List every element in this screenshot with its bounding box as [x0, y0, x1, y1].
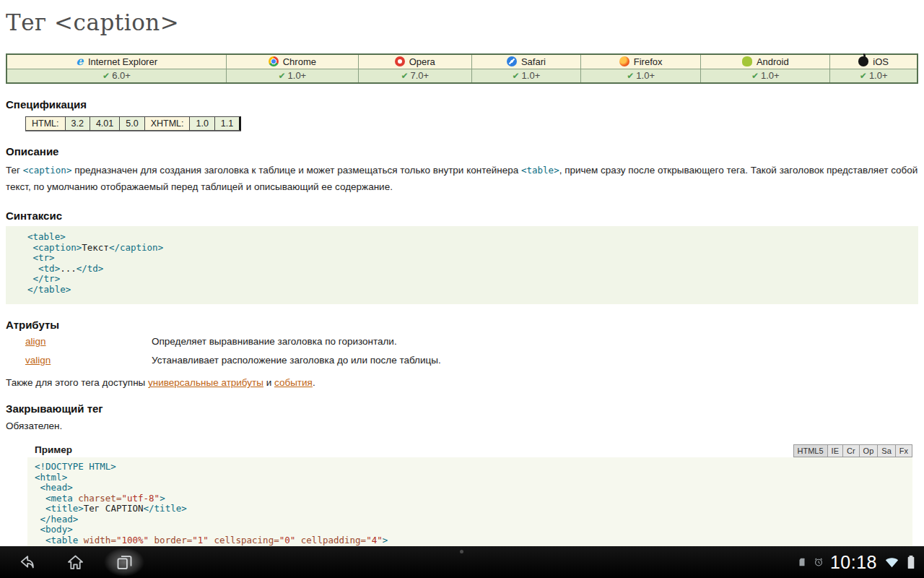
- text-segment: "1": [192, 535, 209, 545]
- text-segment: [35, 493, 45, 504]
- description-heading: Описание: [6, 145, 918, 158]
- text-segment: >: [383, 535, 388, 545]
- specification-table: HTML: 3.2 4.01 5.0 XHTML: 1.0 1.1: [25, 116, 241, 131]
- check-icon: ✔: [860, 71, 867, 81]
- text-segment: ...: [60, 263, 77, 274]
- text-segment: предназначен для создания заголовка к та…: [71, 165, 521, 176]
- text-segment: Тег: [6, 165, 23, 176]
- browser-name: Chrome: [283, 56, 316, 67]
- page-scroll-area[interactable]: Тег <caption> eInternet Explorer Chrome …: [0, 9, 924, 578]
- text-segment: <caption>: [33, 242, 82, 253]
- check-icon: ✔: [401, 71, 408, 81]
- android-icon: [742, 56, 752, 66]
- text-segment: <meta: [45, 493, 78, 504]
- browser-version: 1.0+: [869, 70, 888, 81]
- recent-apps-icon: [115, 553, 134, 572]
- text-segment: </table>: [27, 284, 71, 295]
- wifi-icon: [884, 554, 900, 571]
- code-line: <!DOCTYPE HTML>: [35, 462, 905, 473]
- inline-link[interactable]: универсальные атрибуты: [148, 377, 263, 388]
- recent-apps-button[interactable]: [104, 548, 144, 577]
- spec-cell: 3.2: [66, 117, 90, 130]
- inline-code: <caption>: [23, 165, 72, 176]
- text-segment: .: [313, 377, 315, 388]
- attribute-row-align: align Определяет выравнивание заголовка …: [25, 336, 918, 347]
- browser-name: Internet Explorer: [88, 56, 157, 67]
- browser-version: 1.0+: [288, 70, 307, 81]
- browser-name: iOS: [873, 56, 889, 67]
- code-line: <caption>Текст</caption>: [27, 243, 911, 254]
- apple-icon: [858, 56, 868, 66]
- text-segment: <table: [45, 535, 84, 545]
- status-clock: 10:18: [830, 552, 877, 573]
- code-line: <tr>: [27, 253, 911, 264]
- tab-safari[interactable]: Sa: [878, 444, 895, 457]
- syntax-code-block: <table> <caption>Текст</caption> <tr> <t…: [6, 226, 918, 304]
- code-line: </table>: [27, 285, 911, 296]
- browser-version: 1.0+: [522, 70, 541, 81]
- text-segment: <title>: [45, 503, 84, 514]
- safari-icon: [507, 56, 517, 66]
- attribute-row-valign: valign Устанавливает расположение заголо…: [25, 355, 918, 366]
- browser-name: Safari: [521, 56, 546, 67]
- browser-name: Firefox: [634, 56, 663, 67]
- browser-support-table: eInternet Explorer Chrome Opera Safari F…: [6, 53, 918, 84]
- browser-version: 1.0+: [636, 70, 655, 81]
- spec-cell: 5.0: [120, 117, 144, 130]
- back-button[interactable]: [6, 548, 46, 577]
- code-line: <meta charset="utf-8">: [35, 493, 905, 504]
- spec-cell: 4.01: [90, 117, 120, 130]
- text-segment: [27, 252, 33, 263]
- attribute-description: Определяет выравнивание заголовка по гор…: [152, 336, 397, 347]
- status-cluster[interactable]: 10:18: [797, 552, 915, 573]
- spec-cell: 1.1: [215, 117, 239, 130]
- code-line: <title>Тег CAPTION</title>: [35, 504, 905, 514]
- align-attribute-link[interactable]: align: [25, 336, 46, 347]
- text-segment: [35, 535, 45, 545]
- text-segment: charset=: [78, 493, 121, 504]
- code-line: <body>: [35, 525, 905, 535]
- specification-heading: Спецификация: [6, 98, 918, 111]
- inline-link[interactable]: события: [274, 377, 313, 388]
- text-segment: "100%": [116, 535, 149, 545]
- spec-cell: HTML:: [26, 117, 66, 130]
- description-paragraph: Тег <caption> предназначен для создания …: [6, 162, 918, 195]
- home-icon: [66, 553, 85, 572]
- text-segment: [27, 273, 33, 284]
- text-segment: </title>: [144, 503, 187, 514]
- text-segment: <html>: [35, 472, 67, 483]
- spec-cell: 1.0: [190, 117, 214, 130]
- tab-html5[interactable]: HTML5: [793, 444, 828, 457]
- text-segment: <td>: [38, 263, 60, 274]
- code-line: </tr>: [27, 274, 911, 285]
- home-button[interactable]: [55, 548, 95, 577]
- text-segment: [35, 524, 40, 535]
- battery-icon: [907, 555, 915, 570]
- tab-opera[interactable]: Op: [860, 444, 879, 457]
- browser-version: 1.0+: [761, 70, 780, 81]
- text-segment: <body>: [40, 524, 73, 535]
- text-segment: Текст: [82, 242, 109, 253]
- code-line: </head>: [35, 514, 905, 525]
- text-segment: [27, 242, 33, 253]
- browser-version-row: ✔6.0+ ✔1.0+ ✔7.0+ ✔1.0+ ✔1.0+ ✔1.0+ ✔1.0…: [6, 69, 918, 83]
- text-segment: Тег CAPTION: [84, 503, 144, 514]
- tablet-screen: Тег <caption> eInternet Explorer Chrome …: [0, 0, 924, 578]
- tab-chrome[interactable]: Cr: [843, 444, 860, 457]
- check-icon: ✔: [627, 71, 634, 81]
- check-icon: ✔: [513, 71, 520, 81]
- back-icon: [17, 553, 36, 572]
- sd-card-icon: [797, 557, 807, 567]
- inline-code: <table>: [521, 165, 559, 176]
- firefox-icon: [619, 56, 629, 66]
- tab-firefox[interactable]: Fx: [896, 444, 912, 457]
- text-segment: </caption>: [109, 242, 163, 253]
- example-header: Пример HTML5 IE Cr Op Sa Fx: [27, 444, 912, 457]
- text-segment: [35, 503, 45, 514]
- example-heading: Пример: [27, 444, 72, 455]
- text-segment: "0": [279, 535, 296, 545]
- tab-ie[interactable]: IE: [828, 444, 843, 457]
- valign-attribute-link[interactable]: valign: [25, 355, 51, 366]
- text-segment: <head>: [40, 482, 73, 493]
- text-segment: <tr>: [33, 252, 55, 263]
